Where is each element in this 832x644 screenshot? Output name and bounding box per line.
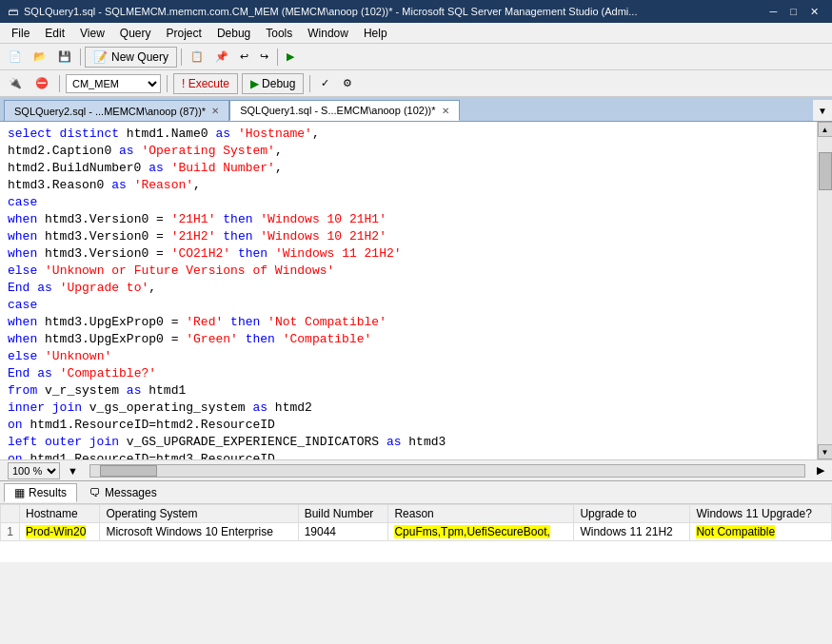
- connect-button[interactable]: 🔌: [4, 73, 27, 94]
- zoom-down-btn[interactable]: ▼: [68, 465, 78, 477]
- cell-build: 19044: [298, 523, 388, 541]
- execute-button[interactable]: ! Execute: [173, 73, 238, 94]
- horizontal-scrollbar[interactable]: [89, 464, 805, 478]
- editor-line: when htmd3.UpgExProp0 = 'Green' then 'Co…: [8, 331, 809, 348]
- separator-5: [167, 75, 168, 92]
- scroll-right-arrow[interactable]: ▶: [817, 464, 824, 477]
- title-bar: 🗃 SQLQuery1.sql - SQLMEMCM.memcm.com.CM_…: [0, 0, 832, 23]
- menu-edit[interactable]: Edit: [37, 25, 72, 42]
- menu-view[interactable]: View: [72, 25, 112, 42]
- editor-line: End as 'Upgrade to',: [8, 280, 809, 297]
- editor-line: inner join v_gs_operating_system as htmd…: [8, 400, 809, 417]
- separator-2: [181, 49, 182, 66]
- run-button[interactable]: ▶: [282, 47, 299, 68]
- col-upgrade: Upgrade to: [574, 505, 690, 523]
- editor-line: htmd2.BuildNumber0 as 'Build Number',: [8, 160, 809, 177]
- editor-line: left outer join v_GS_UPGRADE_EXPERIENCE_…: [8, 434, 809, 451]
- new-file-button[interactable]: 📄: [4, 47, 27, 68]
- debug-label: Debug: [262, 77, 295, 90]
- status-bar: 100 % ▼ ▶: [0, 459, 832, 480]
- tab-sqlquery1-label: SQLQuery1.sql - S...EMCM\anoop (102))*: [240, 105, 435, 116]
- tab-sqlquery2-close[interactable]: ✕: [211, 106, 219, 116]
- execute-icon: !: [182, 77, 185, 90]
- results-tab-bar: ▦ Results 🗨 Messages: [0, 481, 832, 504]
- reason-value: CpuFms,Tpm,UefiSecureBoot,: [394, 525, 549, 538]
- undo-button[interactable]: ↩: [235, 47, 253, 68]
- execute-label: Execute: [188, 77, 229, 90]
- database-selector[interactable]: CM_MEM: [66, 74, 161, 93]
- editor-line: case: [8, 297, 809, 314]
- results-table: Hostname Operating System Build Number R…: [0, 504, 832, 541]
- toolbar-2: 🔌 ⛔ CM_MEM ! Execute ▶ Debug ✓ ⚙: [0, 70, 832, 97]
- editor-line: from v_r_system as htmd1: [8, 382, 809, 400]
- editor-line: when htmd3.Version0 = '21H2' then 'Windo…: [8, 228, 809, 245]
- table-row: 1 Prod-Win20 Microsoft Windows 10 Enterp…: [1, 523, 832, 541]
- menu-debug[interactable]: Debug: [209, 25, 258, 42]
- menu-tools[interactable]: Tools: [258, 25, 300, 42]
- menu-query[interactable]: Query: [112, 25, 159, 42]
- editor-line: select distinct htmd1.Name0 as 'Hostname…: [8, 126, 809, 143]
- new-query-label: New Query: [111, 50, 168, 64]
- sql-editor[interactable]: select distinct htmd1.Name0 as 'Hostname…: [0, 122, 817, 459]
- checkmark-button[interactable]: ✓: [316, 73, 334, 94]
- tab-sqlquery2[interactable]: SQLQuery2.sql - ...MEMCM\anoop (87))* ✕: [4, 100, 229, 121]
- editor-line: htmd3.Reason0 as 'Reason',: [8, 177, 809, 194]
- menu-help[interactable]: Help: [356, 25, 395, 42]
- editor-line: on htmd1.ResourceID=htmd3.ResourceID: [8, 451, 809, 459]
- editor-container: select distinct htmd1.Name0 as 'Hostname…: [0, 122, 832, 459]
- toolbar-1: 📄 📂 💾 📝 New Query 📋 📌 ↩ ↪ ▶: [0, 44, 832, 70]
- debug-button[interactable]: ▶ Debug: [242, 73, 304, 94]
- scrollbar-thumb[interactable]: [819, 152, 832, 190]
- save-button[interactable]: 💾: [53, 47, 76, 68]
- tab-results[interactable]: ▦ Results: [4, 483, 77, 502]
- vertical-scrollbar[interactable]: ▲ ▼: [817, 122, 832, 459]
- editor-line: on htmd1.ResourceID=htmd2.ResourceID: [8, 417, 809, 434]
- cell-hostname: Prod-Win20: [20, 523, 100, 541]
- cell-os: Microsoft Windows 10 Enterprise: [100, 523, 298, 541]
- editor-line: case: [8, 194, 809, 211]
- messages-label: Messages: [105, 486, 157, 499]
- menu-window[interactable]: Window: [300, 25, 356, 42]
- separator-3: [277, 49, 278, 66]
- zoom-selector[interactable]: 100 %: [8, 462, 60, 479]
- editor-line: End as 'Compatible?': [8, 365, 809, 382]
- disconnect-button[interactable]: ⛔: [30, 73, 53, 94]
- paste-button[interactable]: 📌: [210, 47, 233, 68]
- cell-reason: CpuFms,Tpm,UefiSecureBoot,: [388, 523, 574, 541]
- close-button[interactable]: ✕: [804, 6, 824, 18]
- editor-line: when htmd3.UpgExProp0 = 'Red' then 'Not …: [8, 314, 809, 331]
- compat-value: Not Compatible: [696, 525, 775, 538]
- separator-4: [59, 75, 60, 92]
- results-content: Hostname Operating System Build Number R…: [0, 504, 832, 541]
- editor-line: when htmd3.Version0 = 'CO21H2' then 'Win…: [8, 245, 809, 263]
- window-title: SQLQuery1.sql - SQLMEMCM.memcm.com.CM_ME…: [24, 6, 637, 17]
- tab-messages[interactable]: 🗨 Messages: [79, 483, 168, 502]
- editor-line: else 'Unknown or Future Versions of Wind…: [8, 263, 809, 280]
- col-os: Operating System: [100, 505, 298, 523]
- tab-sqlquery1[interactable]: SQLQuery1.sql - S...EMCM\anoop (102))* ✕: [229, 100, 459, 121]
- row-num-1: 1: [1, 523, 20, 541]
- tab-scroll-button[interactable]: ▼: [813, 100, 832, 121]
- open-button[interactable]: 📂: [29, 47, 51, 68]
- minimize-button[interactable]: ─: [764, 6, 783, 18]
- hscroll-thumb[interactable]: [100, 465, 157, 477]
- results-icon: ▦: [14, 486, 25, 499]
- editor-line: when htmd3.Version0 = '21H1' then 'Windo…: [8, 211, 809, 228]
- tab-sqlquery1-close[interactable]: ✕: [442, 106, 449, 116]
- window-controls[interactable]: ─ □ ✕: [764, 6, 824, 18]
- menu-file[interactable]: File: [4, 25, 37, 42]
- copy-button[interactable]: 📋: [186, 47, 208, 68]
- maximize-button[interactable]: □: [784, 6, 802, 18]
- parse-button[interactable]: ⚙: [338, 73, 357, 94]
- col-compat: Windows 11 Upgrade?: [690, 505, 832, 523]
- menu-project[interactable]: Project: [159, 25, 209, 42]
- scroll-up-arrow[interactable]: ▲: [818, 122, 833, 137]
- editor-line: htmd2.Caption0 as 'Operating System',: [8, 143, 809, 160]
- scroll-down-arrow[interactable]: ▼: [818, 444, 833, 459]
- redo-button[interactable]: ↪: [255, 47, 273, 68]
- separator-1: [80, 49, 81, 66]
- new-query-button[interactable]: 📝 New Query: [85, 47, 177, 68]
- col-build: Build Number: [298, 505, 388, 523]
- results-panel: ▦ Results 🗨 Messages Hostname Operating …: [0, 480, 832, 562]
- messages-icon: 🗨: [89, 486, 101, 499]
